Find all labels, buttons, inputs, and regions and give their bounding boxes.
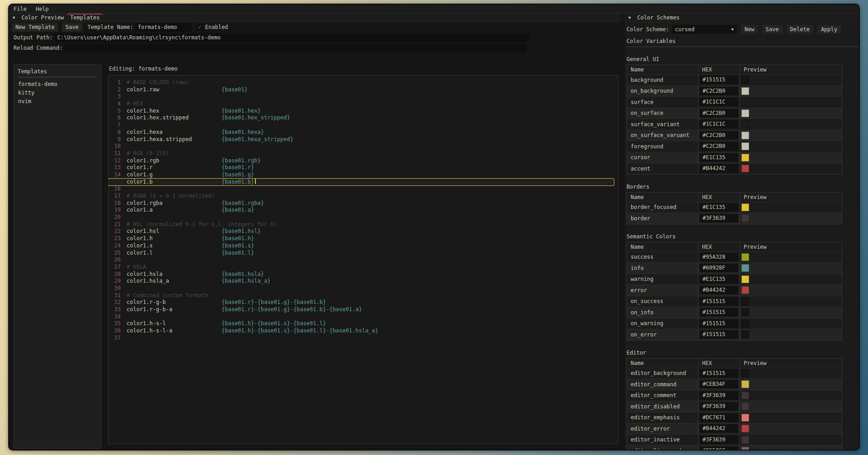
color-swatch[interactable] [741, 98, 749, 106]
template-line[interactable]: 24color1.s{base01.s} [108, 242, 616, 250]
color-swatch[interactable] [741, 403, 749, 410]
template-line[interactable]: 26 [108, 256, 616, 264]
color-swatch[interactable] [741, 414, 749, 422]
color-swatch[interactable] [741, 298, 749, 305]
delete-scheme-button[interactable]: Delete [787, 25, 813, 34]
hex-input[interactable]: #95A328 [699, 253, 738, 261]
template-line[interactable]: 13color1.r{base01.r} [108, 164, 616, 171]
hex-input[interactable]: #151515 [699, 76, 738, 84]
template-line[interactable]: 4# HEX [108, 100, 616, 108]
template-list-item[interactable]: formats-demo [18, 80, 97, 89]
hex-input[interactable]: #151515 [699, 297, 738, 306]
template-list-item[interactable]: nvim [18, 97, 97, 106]
hex-input[interactable]: #151515 [699, 308, 738, 317]
template-line[interactable]: 28color1.hsla{base01.hsla} [108, 271, 616, 278]
template-line[interactable]: 37 [108, 335, 616, 342]
hex-input[interactable]: #C2C2B0 [699, 131, 738, 140]
color-swatch[interactable] [741, 425, 749, 432]
tab-color-schemes[interactable]: Color Schemes [634, 14, 683, 22]
hex-input[interactable]: #B44242 [699, 424, 738, 433]
hex-input[interactable]: #C2C2B0 [699, 142, 738, 151]
tab-color-preview[interactable]: Color Preview [18, 14, 67, 22]
template-line[interactable]: 7 [108, 122, 616, 129]
new-template-button[interactable]: New Template [12, 23, 58, 32]
hex-input[interactable]: #86596C [699, 446, 738, 450]
template-line[interactable]: 14color1.g{base01.g} [108, 171, 616, 179]
hex-input[interactable]: #3F3639 [699, 391, 738, 400]
color-swatch[interactable] [741, 120, 749, 128]
template-line[interactable]: 10 [108, 143, 616, 150]
hex-input[interactable]: #B44242 [699, 286, 738, 294]
template-line[interactable]: 2color1.raw{base01} [108, 86, 616, 94]
hex-input[interactable]: #E1C135 [699, 275, 738, 284]
hex-input[interactable]: #151515 [699, 319, 738, 328]
template-line[interactable]: 30 [108, 285, 616, 292]
color-swatch[interactable] [741, 370, 749, 377]
color-swatch[interactable] [741, 320, 749, 327]
hex-input[interactable]: #60928F [699, 264, 738, 272]
color-swatch[interactable] [741, 286, 749, 294]
template-line[interactable]: 23color1.h{base01.h} [108, 235, 616, 242]
template-line[interactable]: 6color1.hex.stripped{base01.hex_stripped… [108, 114, 616, 122]
color-swatch[interactable] [741, 331, 749, 338]
template-line[interactable]: 34 [108, 313, 616, 321]
color-swatch[interactable] [741, 142, 749, 150]
save-template-button[interactable]: Save [62, 23, 82, 32]
menu-help[interactable]: Help [36, 5, 53, 14]
template-line[interactable]: 18color1.rgba{base01.rgba} [108, 200, 616, 207]
color-swatch[interactable] [741, 447, 749, 450]
color-swatch[interactable] [741, 308, 749, 316]
template-line[interactable]: 29color1.hsla_a{base01.hsla_a} [108, 278, 616, 285]
hex-input[interactable]: #C2C2B0 [699, 87, 738, 95]
color-swatch[interactable] [741, 214, 749, 222]
template-line[interactable]: 1# BASE COLORS (raw) [108, 79, 616, 86]
template-line[interactable]: 35color1.h-s-l{base01.h}-{base01.s}-{bas… [108, 320, 616, 327]
color-swatch[interactable] [741, 204, 749, 211]
color-swatch[interactable] [741, 253, 749, 261]
enabled-checkbox[interactable]: ✓ [196, 24, 203, 31]
template-line[interactable]: 25color1.l{base01.l} [108, 250, 616, 257]
template-line[interactable]: 5color1.hex{base01.hex} [108, 108, 616, 115]
color-swatch[interactable] [741, 264, 749, 272]
collapse-arrow-icon[interactable]: ▼ [628, 15, 631, 20]
menu-file[interactable]: File [14, 5, 31, 14]
template-editor[interactable]: 1# BASE COLORS (raw)2color1.raw{base01}3… [108, 75, 618, 444]
hex-input[interactable]: #151515 [699, 369, 738, 378]
hex-input[interactable]: #B44242 [699, 164, 738, 173]
color-swatch[interactable] [741, 87, 749, 95]
template-line[interactable]: 8color1.hexa{base01.hexa} [108, 129, 616, 136]
color-swatch[interactable] [741, 109, 749, 117]
template-list-item[interactable]: kitty [18, 89, 97, 97]
template-line[interactable]: 36color1.h-s-l-a{base01.h}-{base01.s}-{b… [108, 327, 616, 335]
hex-input[interactable]: #3F3639 [699, 436, 738, 444]
new-scheme-button[interactable]: New [741, 25, 758, 34]
color-swatch[interactable] [741, 76, 749, 84]
reload-command-input[interactable] [64, 44, 527, 52]
color-swatch[interactable] [741, 392, 749, 399]
template-line[interactable]: 31# Combined custom formats [108, 292, 616, 299]
hex-input[interactable]: #151515 [699, 330, 738, 339]
hex-input[interactable]: #E1C135 [699, 153, 738, 162]
color-swatch[interactable] [741, 380, 749, 388]
template-line[interactable]: 9color1.hexa.stripped{base01.hexa_stripp… [108, 136, 616, 143]
template-line[interactable]: 17# RGBA (A = 0-1 normalized) [108, 193, 616, 200]
hex-input[interactable]: #3F3639 [699, 214, 738, 223]
output-path-input[interactable]: C:\Users\user\AppData\Roaming\clrsync\fo… [55, 33, 529, 42]
collapse-arrow-icon[interactable]: ▼ [13, 15, 15, 20]
color-scheme-dropdown[interactable]: cursed ▼ [672, 25, 737, 34]
template-line[interactable]: 3 [108, 93, 616, 100]
save-scheme-button[interactable]: Save [762, 25, 783, 34]
template-line[interactable]: 27# HSLA [108, 264, 616, 271]
color-swatch[interactable] [741, 154, 749, 161]
template-line[interactable]: 19color1.a{base01.a} [108, 207, 616, 214]
template-line[interactable]: 20 [108, 214, 616, 221]
color-swatch[interactable] [741, 275, 749, 283]
hex-input[interactable]: #DC7671 [699, 413, 738, 422]
template-line[interactable]: 12color1.rgb{base01.rgb} [108, 157, 616, 165]
template-line[interactable]: color1.b{base01.b} [108, 179, 614, 186]
template-line[interactable]: 32color1.r-g-b{base01.r}-{base01.g}-{bas… [108, 299, 616, 306]
template-line[interactable]: 33color1.r-g-b-a{base01.r}-{base01.g}-{b… [108, 306, 616, 313]
hex-input[interactable]: #E1C135 [699, 203, 738, 212]
template-line[interactable]: 22color1.hsl{base01.hsl} [108, 228, 616, 235]
template-line[interactable]: 21# HSL (normalized 0-1 for s,l, integer… [108, 221, 616, 228]
